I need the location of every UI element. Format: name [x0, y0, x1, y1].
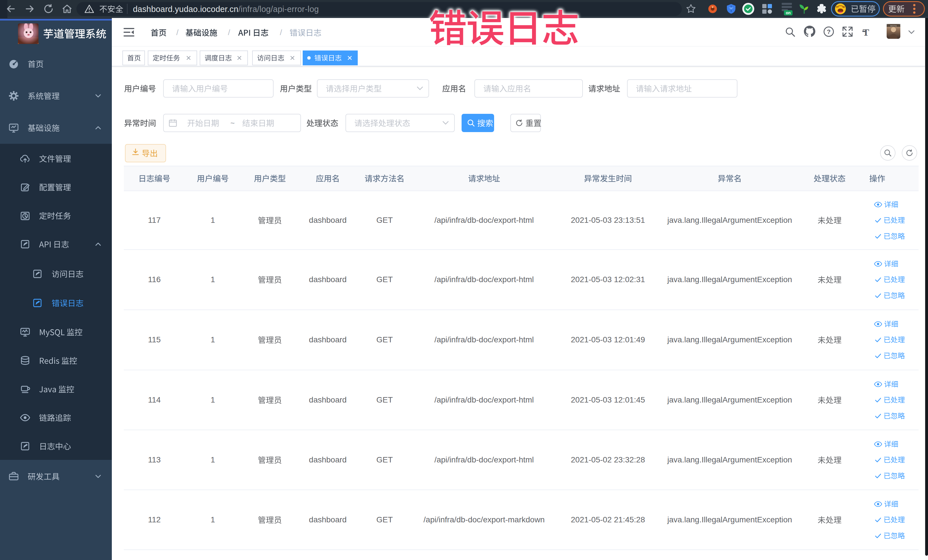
svg-text:?: ? [827, 28, 830, 35]
svg-text:T: T [863, 27, 869, 37]
svg-text:on: on [786, 11, 791, 15]
svg-text:MOTA: MOTA [890, 24, 897, 27]
